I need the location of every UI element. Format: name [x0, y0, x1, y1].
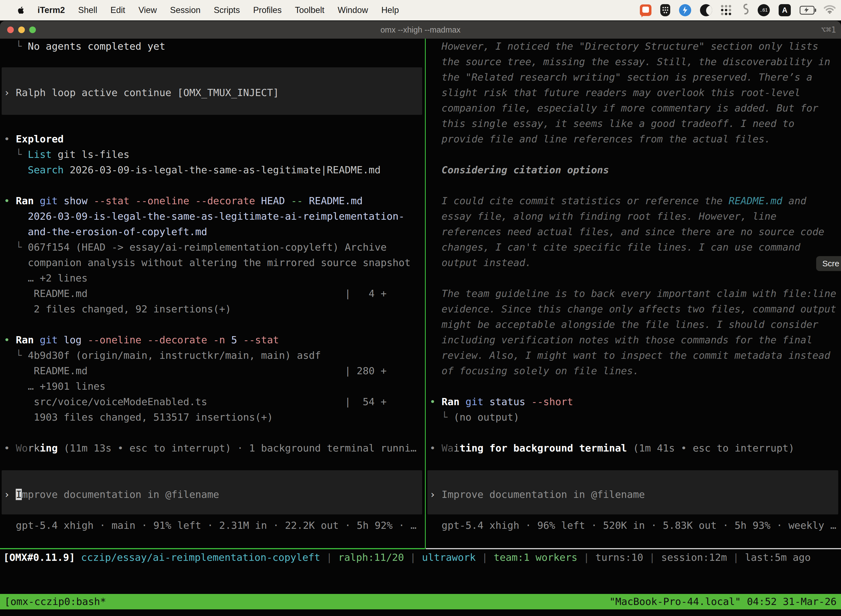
right-terminal-pane[interactable]: However, I noticed the "Directory Struct…	[426, 39, 841, 549]
terminal-line: src/voice/voiceModeEnabled.ts | 54 +	[4, 394, 425, 409]
battery-icon[interactable]	[800, 6, 815, 15]
terminal-line	[4, 456, 425, 471]
terminal-line: › Improve documentation in @filename	[429, 487, 841, 502]
terminal-line: the "Related research writing" section i…	[429, 70, 841, 85]
terminal-line: the source tree, missing the essay. Stil…	[429, 54, 841, 70]
terminal-line: companion file, especially if more comme…	[429, 100, 841, 116]
terminal-line: • Waiting for background terminal (1m 41…	[429, 440, 841, 456]
terminal-line: Considering citation options	[429, 162, 841, 178]
terminal-line: … +2 lines	[4, 270, 425, 286]
terminal-line: might be acceptable alongside the file l…	[429, 317, 841, 332]
terminal-line	[4, 54, 425, 70]
terminal-line: provide file and line references from th…	[429, 131, 841, 147]
terminal-line	[4, 100, 425, 116]
terminal-line	[4, 116, 425, 131]
crescent-icon[interactable]	[700, 4, 712, 16]
menu-left: iTerm2 ShellEditViewSessionScriptsProfil…	[0, 5, 406, 15]
terminal-line: └ 4b9d30f (origin/main, instructkr/main,…	[4, 348, 425, 363]
terminal-line: I could cite commit statistics or refere…	[429, 193, 841, 209]
terminal-line	[429, 147, 841, 162]
terminal-line: The team guideline is to back every impo…	[429, 286, 841, 301]
wifi-icon[interactable]	[823, 4, 836, 16]
terminal-line: evidence. Since this change only affects…	[429, 301, 841, 317]
terminal-line: of focusing solely on file lines.	[429, 363, 841, 378]
terminal-line: README.md | 4 +	[4, 286, 425, 301]
terminal-line: gpt-5.4 xhigh · 96% left · 520K in · 5.8…	[429, 518, 841, 533]
terminal-line	[429, 456, 841, 471]
terminal-line: changes, I can't cite specific file line…	[429, 239, 841, 255]
omx-status-line: [OMX#0.11.9] cczip/essay/ai-reimplementa…	[3, 550, 811, 565]
terminal-line: slight risk that future readers may over…	[429, 85, 841, 100]
terminal-line: references need actual files, and since …	[429, 224, 841, 239]
keyboard-a-icon[interactable]: A	[779, 4, 791, 16]
terminal-line: including verification notes with those …	[429, 332, 841, 348]
window-shortcut-badge: ⌥⌘1	[821, 21, 836, 39]
terminal-line: 1903 files changed, 513517 insertions(+)	[4, 409, 425, 425]
menu-bar: iTerm2 ShellEditViewSessionScriptsProfil…	[0, 0, 841, 21]
terminal-line	[4, 425, 425, 440]
screen-overlay-tooltip[interactable]: Scre	[816, 256, 841, 271]
apple-icon[interactable]	[12, 6, 31, 14]
terminal-line	[429, 270, 841, 286]
pane-divider[interactable]	[425, 39, 426, 549]
terminal-line: • Ran git show --stat --oneline --decora…	[4, 193, 425, 209]
terminal-line	[429, 502, 841, 518]
terminal-line: 2026-03-09-is-legal-the-same-as-legitima…	[4, 209, 425, 224]
terminal-line	[429, 471, 841, 487]
tmux-host-clock: "MacBook-Pro-44.local" 04:52 31-Mar-26	[609, 594, 837, 609]
terminal-line	[429, 378, 841, 394]
menu-item[interactable]: Session	[163, 5, 207, 15]
badge-61-icon[interactable]: ..61	[757, 4, 770, 16]
menu-item[interactable]: Profiles	[246, 5, 288, 15]
tmux-session-label: [omx-cczip0:bash*	[4, 594, 106, 609]
screen: iTerm2 ShellEditViewSessionScriptsProfil…	[0, 0, 841, 616]
terminal-line	[4, 70, 425, 85]
right-pane-border	[426, 548, 841, 549]
window-title-bar[interactable]: omx --xhigh --madmax ⌥⌘1	[0, 21, 841, 39]
messages-icon[interactable]	[640, 4, 652, 16]
menu-item[interactable]: Help	[375, 5, 406, 15]
terminal-line	[4, 317, 425, 332]
terminal-line: gpt-5.4 xhigh · main · 91% left · 2.31M …	[4, 518, 425, 533]
shield-icon[interactable]	[660, 4, 670, 16]
terminal-line: … +1901 lines	[4, 378, 425, 394]
menu-status-icons: ..61 A	[640, 3, 841, 18]
terminal-line: output instead.	[429, 255, 841, 270]
terminal-line: • Explored	[4, 131, 425, 147]
terminal-line: └ List git ls-files	[4, 147, 425, 162]
menu-app-name[interactable]: iTerm2	[31, 5, 72, 15]
terminal-line: companion analysis without altering the …	[4, 255, 425, 270]
dots-grid-icon[interactable]	[721, 5, 732, 16]
terminal-line: However, I noticed the "Directory Struct…	[429, 39, 841, 54]
menu-items: ShellEditViewSessionScriptsProfilesToolb…	[72, 5, 405, 15]
terminal-line: and-the-erosion-of-copyleft.md	[4, 224, 425, 239]
window-title: omx --xhigh --madmax	[0, 21, 841, 39]
terminal-line: └ 067f154 (HEAD -> essay/ai-reimplementa…	[4, 239, 425, 255]
tmux-status-bar: [omx-cczip0:bash* "MacBook-Pro-44.local"…	[0, 594, 841, 609]
left-pane-border	[0, 548, 425, 549]
terminal-line	[429, 425, 841, 440]
terminal-line: 2 files changed, 92 insertions(+)	[4, 301, 425, 317]
terminal-line	[4, 178, 425, 193]
chat-lightning-icon[interactable]	[679, 4, 691, 16]
menu-item[interactable]: Toolbelt	[288, 5, 331, 15]
menu-item[interactable]: Shell	[72, 5, 104, 15]
menu-item[interactable]: Scripts	[207, 5, 247, 15]
menu-item[interactable]: View	[132, 5, 164, 15]
terminal-line: › Ralph loop active continue [OMX_TMUX_I…	[4, 85, 425, 100]
terminal-line: essay file, along with finding root file…	[429, 209, 841, 224]
terminal-line: README.md | 280 +	[4, 363, 425, 378]
terminal-line: [OMX#0.11.9] cczip/essay/ai-reimplementa…	[3, 550, 811, 565]
menu-item[interactable]: Edit	[104, 5, 132, 15]
terminal-line: this single essay, it seems like a good …	[429, 116, 841, 131]
terminal-line: └ (no output)	[429, 409, 841, 425]
terminal-line: › Improve documentation in @filename	[4, 487, 425, 502]
menu-item[interactable]: Window	[331, 5, 375, 15]
terminal-line: • Ran git log --oneline --decorate -n 5 …	[4, 332, 425, 348]
hook-icon[interactable]	[741, 3, 749, 18]
terminal-line	[4, 502, 425, 518]
terminal-line: review. Also, I might want to inspect th…	[429, 348, 841, 363]
left-terminal-pane[interactable]: └ No agents completed yet› Ralph loop ac…	[0, 39, 425, 549]
terminal-line: • Working (11m 13s • esc to interrupt) ·…	[4, 440, 425, 456]
terminal-line: • Ran git status --short	[429, 394, 841, 409]
